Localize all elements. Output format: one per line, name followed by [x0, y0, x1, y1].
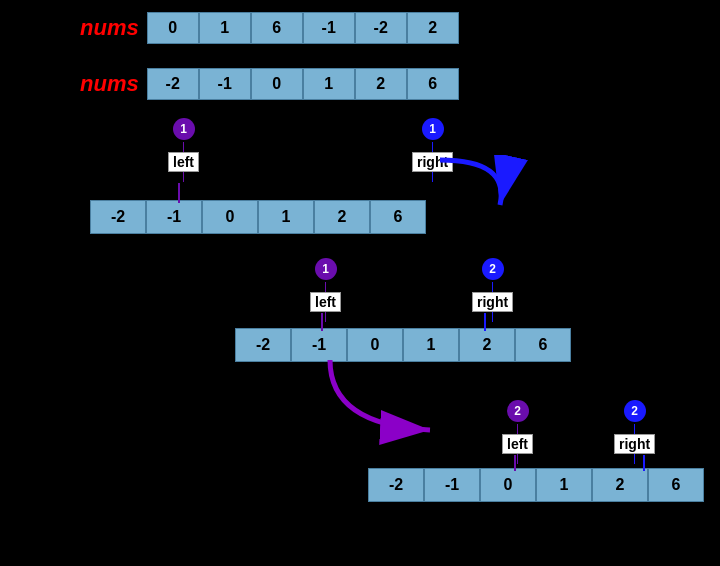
- left-2-circle: 1: [315, 258, 337, 280]
- connector-right-2: [484, 313, 486, 331]
- connector-right-3: [643, 455, 645, 471]
- row4-cell-5: 6: [515, 328, 571, 362]
- row3-cell-3: 1: [258, 200, 314, 234]
- pointer-right-3: 2 right: [614, 400, 655, 464]
- connector-left-3: [514, 455, 516, 471]
- row5-cell-3: 1: [536, 468, 592, 502]
- row1-cell-3: -1: [303, 12, 355, 44]
- row5-cell-2: 0: [480, 468, 536, 502]
- right-3-label: right: [614, 434, 655, 454]
- left-2-label: left: [310, 292, 341, 312]
- left-3-circle: 2: [507, 400, 529, 422]
- row1-cells: 0 1 6 -1 -2 2: [147, 12, 459, 44]
- row2-label: nums: [80, 71, 139, 97]
- row2-cell-0: -2: [147, 68, 199, 100]
- left-3-label: left: [502, 434, 533, 454]
- right-3-circle: 2: [624, 400, 646, 422]
- left-1-circle: 1: [173, 118, 195, 140]
- right-2-circle: 2: [482, 258, 504, 280]
- pointer-left-2: 1 left: [310, 258, 341, 322]
- right-1-circle: 1: [422, 118, 444, 140]
- row1-array: nums 0 1 6 -1 -2 2: [80, 12, 459, 44]
- row2-array: nums -2 -1 0 1 2 6: [80, 68, 459, 100]
- pointer-left-3: 2 left: [502, 400, 533, 464]
- row3-cell-4: 2: [314, 200, 370, 234]
- row5-cell-1: -1: [424, 468, 480, 502]
- right-2-label: right: [472, 292, 513, 312]
- row2-cells: -2 -1 0 1 2 6: [147, 68, 459, 100]
- row3-cell-2: 0: [202, 200, 258, 234]
- row5-cell-0: -2: [368, 468, 424, 502]
- row1-cell-1: 1: [199, 12, 251, 44]
- row1-label: nums: [80, 15, 139, 41]
- row1-cell-5: 2: [407, 12, 459, 44]
- row1-cell-2: 6: [251, 12, 303, 44]
- arrow-blue-1: [420, 155, 540, 215]
- row5-array: -2 -1 0 1 2 6: [368, 468, 704, 502]
- row3-array: -2 -1 0 1 2 6: [90, 200, 426, 234]
- connector-left-1: [178, 183, 180, 203]
- row2-cell-2: 0: [251, 68, 303, 100]
- row5-cell-5: 6: [648, 468, 704, 502]
- connector-left-2: [321, 313, 323, 331]
- row3-cell-1: -1: [146, 200, 202, 234]
- row3-cell-0: -2: [90, 200, 146, 234]
- pointer-right-2: 2 right: [472, 258, 513, 322]
- arrow-purple-1: [280, 355, 480, 445]
- row2-cell-4: 2: [355, 68, 407, 100]
- row2-cell-3: 1: [303, 68, 355, 100]
- row2-cell-5: 6: [407, 68, 459, 100]
- row3-cell-5: 6: [370, 200, 426, 234]
- row1-cell-0: 0: [147, 12, 199, 44]
- left-1-label: left: [168, 152, 199, 172]
- row2-cell-1: -1: [199, 68, 251, 100]
- row5-cell-4: 2: [592, 468, 648, 502]
- row1-cell-4: -2: [355, 12, 407, 44]
- pointer-left-1: 1 left: [168, 118, 199, 182]
